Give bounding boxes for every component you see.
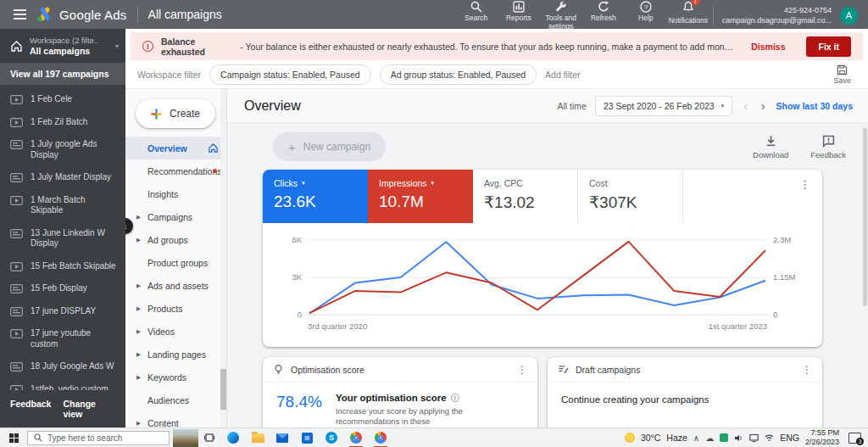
campaign-list-item[interactable]: 1 March Batch Skipable [0,189,125,222]
nav-item-products[interactable]: ▶Products [125,297,226,320]
refresh-button[interactable]: Refresh [582,1,625,22]
reports-button[interactable]: Reports [498,1,540,22]
workarea: ‹ Create Overview Recomme [125,89,868,427]
impressions-value: 10.7M [379,193,462,211]
download-button[interactable]: Download [753,135,788,159]
avatar[interactable]: A [840,7,858,25]
product-name: Google Ads [59,8,127,22]
language-indicator[interactable]: ENG [780,433,799,443]
ad-group-status-filter-chip[interactable]: Ad group status: Enabled, Paused [380,64,537,85]
hidden-icons-chevron[interactable]: ∧ [693,433,699,443]
display-device-icon[interactable] [749,433,759,443]
next-period-button[interactable]: › [759,99,768,113]
campaign-list-item[interactable]: 18 July Google Ads W [0,355,125,378]
temperature[interactable]: 30°C [641,433,660,443]
help-icon[interactable]: ? [451,394,459,402]
metric-tile-avg-cpc[interactable]: Avg. CPC ₹13.02 [473,170,578,223]
nav-item-product-groups[interactable]: Product groups [125,251,226,274]
fix-it-button[interactable]: Fix it [806,36,851,57]
start-button[interactable] [0,428,27,447]
campaign-list-item[interactable]: 1 Feb Cele [0,88,125,111]
workspace-selector[interactable]: Workspace (2 filte.. All campaigns ▾ [0,29,125,63]
dismiss-button[interactable]: Dismiss [751,42,785,52]
campaign-list-item[interactable]: 1 July google Ads Display [0,133,125,166]
task-view-button[interactable] [198,433,220,443]
save-button[interactable]: Save [833,64,858,85]
campaign-list-item[interactable]: 1 Feb Zil Batch [0,111,125,134]
nav-item-ad-groups[interactable]: ▶Ad groups [125,228,226,251]
taskbar-clock[interactable]: 7:55 PM 2/26/2023 [805,428,839,447]
date-range-picker[interactable]: 23 Sept 2020 - 26 Feb 2023 ▾ [595,96,732,116]
campaign-list-item[interactable]: 17 june youtube custom [0,322,125,355]
change-view-link[interactable]: Change view [63,399,115,419]
mail-icon[interactable] [274,428,291,447]
lightbulb-icon [273,364,284,375]
nav-item-landing-pages[interactable]: ▶Landing pages [125,343,226,366]
cost-value: ₹307K [589,193,671,212]
help-button[interactable]: ? Help [625,1,667,22]
tools-and-settings-button[interactable]: Tools and settings [540,1,582,31]
nav-item-recommendations[interactable]: Recommendations [125,159,226,182]
file-explorer-icon[interactable] [249,428,266,447]
card-menu-button[interactable]: ⋮ [517,364,527,376]
wrench-icon [555,1,567,13]
feedback-button[interactable]: Feedback [810,135,846,159]
card-menu-button[interactable]: ⋮ [802,364,812,376]
campaign-list-item[interactable]: 15 Feb Display [0,277,125,300]
new-campaign-button[interactable]: + New campaign [273,132,386,161]
microsoft-store-icon[interactable]: ⊞ [298,428,315,447]
metric-tile-impressions[interactable]: Impressions▾ 10.7M [368,170,473,223]
nav-item-campaigns[interactable]: ▶Campaigns [125,205,226,228]
campaign-list-item[interactable]: 15 Feb Batch Skipable [0,255,125,278]
overview-main: Overview All time 23 Sept 2020 - 26 Feb … [227,89,868,427]
previous-period-button[interactable]: ‹ [741,99,750,113]
edge-icon[interactable] [225,428,242,447]
main-scrollbar[interactable] [862,125,868,427]
campaign-list-item[interactable]: 1 July Master Display [0,166,125,189]
search-button[interactable]: Search [455,1,498,22]
feedback-link[interactable]: Feedback [10,399,51,419]
battery-icon[interactable] [720,433,728,442]
campaign-list-item[interactable]: 13 June Linkedin W Display [0,222,125,255]
google-ads-logo-icon [36,6,54,23]
speaker-icon[interactable] [734,433,743,443]
skype-icon[interactable]: S [323,428,340,447]
action-center-icon[interactable]: 3 [849,433,861,444]
show-last-30-days-link[interactable]: Show last 30 days [776,101,853,111]
nav-item-insights[interactable]: Insights [125,182,226,205]
weather-thumbnail[interactable] [173,429,198,447]
onedrive-icon[interactable]: ☁ [705,433,714,443]
line-chart: 03K6K01.15M2.3M3rd quarter 20201st quart… [266,230,817,342]
taskbar-search-input[interactable]: Type here to search [27,431,170,445]
wifi-icon[interactable] [765,433,774,443]
weather-sun-icon[interactable] [625,433,635,443]
create-button[interactable]: Create [136,99,215,128]
nav-item-audiences[interactable]: Audiences [125,388,226,411]
chrome-icon-2[interactable] [372,428,389,447]
menu-icon[interactable] [7,0,32,29]
nav-item-ads-and-assets[interactable]: ▶Ads and assets [125,274,226,297]
add-filter-button[interactable]: Add filter [545,70,580,80]
plus-icon [151,109,162,120]
weather-condition[interactable]: Haze [666,433,687,443]
notification-dot [213,169,217,173]
nav-scrollbar[interactable] [220,89,226,427]
chrome-icon[interactable] [348,428,364,447]
account-info[interactable]: 425-924-0754 campaign.dsagroup@gmail.co.… [722,5,832,25]
card-menu-button[interactable]: ⋮ [787,170,822,223]
nav-item-videos[interactable]: ▶Videos [125,320,226,343]
workspace-name: Workspace (2 filte.. [30,36,108,45]
campaign-status-filter-chip[interactable]: Campaign status: Enabled, Paused [209,64,371,85]
metric-tile-cost[interactable]: Cost ₹307K [578,170,683,223]
nav-item-keywords[interactable]: ▶Keywords [125,366,226,388]
card-header: Draft campaigns [576,365,640,375]
nav-item-content[interactable]: ▶Content [125,411,226,427]
feedback-icon [822,135,835,148]
overview-header: Overview All time 23 Sept 2020 - 26 Feb … [227,89,868,123]
view-all-campaigns-link[interactable]: View all 197 campaigns [0,63,125,85]
notifications-button[interactable]: ! Notifications [667,1,709,25]
nav-item-overview[interactable]: Overview [125,137,226,159]
date: 2/26/2023 [805,438,839,447]
campaign-list-item[interactable]: 17 june DISPLAY [0,300,125,323]
metric-tile-clicks[interactable]: Clicks▾ 23.6K [263,170,368,223]
